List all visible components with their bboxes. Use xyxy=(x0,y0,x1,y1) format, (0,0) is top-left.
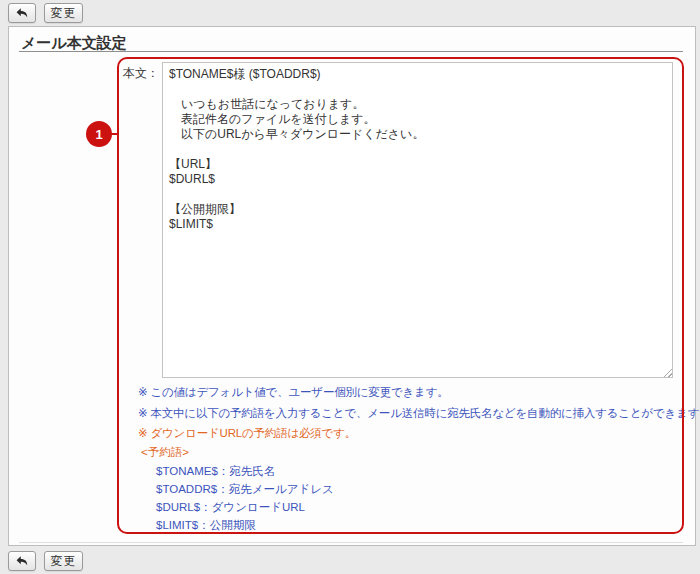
reserved-word-durl: $DURL$：ダウンロードURL xyxy=(156,500,305,515)
reserved-word-limit: $LIMIT$：公開期限 xyxy=(156,518,256,533)
title-divider xyxy=(19,51,683,52)
body-label: 本文： xyxy=(123,65,159,82)
top-toolbar: 変更 xyxy=(0,0,700,26)
annotation-marker-1: 1 xyxy=(86,121,112,147)
change-button-top[interactable]: 変更 xyxy=(44,3,83,23)
note-default-value: ※ この値はデフォルト値で、ユーザー個別に変更できます。 xyxy=(138,385,449,400)
reserved-word-toaddr: $TOADDR$：宛先メールアドレス xyxy=(156,482,334,497)
back-button[interactable] xyxy=(8,3,36,23)
back-arrow-icon xyxy=(15,554,29,568)
bottom-divider xyxy=(19,542,683,543)
change-button-bottom[interactable]: 変更 xyxy=(44,551,83,571)
note-durl-required: ※ ダウンロードURLの予約語は必須です。 xyxy=(138,426,356,441)
reserved-words-header: <予約語> xyxy=(141,445,189,460)
back-button-bottom[interactable] xyxy=(8,551,36,571)
bottom-toolbar: 変更 xyxy=(0,548,700,574)
note-reserved-words-usage: ※ 本文中に以下の予約語を入力することで、メール送信時に宛先氏名などを自動的に挿… xyxy=(138,406,700,421)
back-arrow-icon xyxy=(15,6,29,20)
reserved-word-toname: $TONAME$：宛先氏名 xyxy=(156,464,275,479)
mail-body-textarea[interactable]: $TONAME$様 ($TOADDR$) いつもお世話になっております。 表記件… xyxy=(162,62,673,378)
